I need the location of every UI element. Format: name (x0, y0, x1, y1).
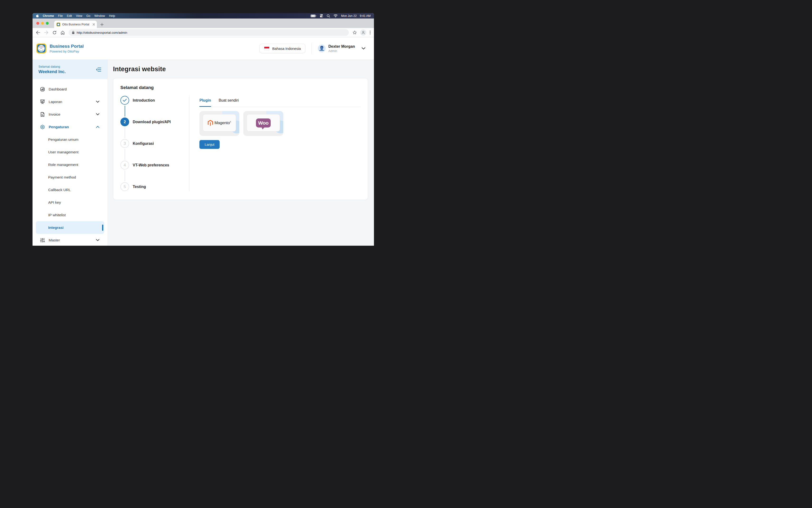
reload-button[interactable] (52, 31, 56, 35)
menubar-item-view[interactable]: View (76, 14, 82, 17)
tab-buat-sendiri[interactable]: Buat sendiri (219, 98, 239, 107)
step-number: 3 (120, 139, 129, 148)
woocommerce-logo: Woo (256, 119, 271, 127)
subitem-label: Role management (48, 163, 78, 167)
subitem-label: User management (48, 150, 79, 154)
sidebar-collapse-icon[interactable] (96, 68, 101, 72)
brand-subtitle: Powered by OttoPay (50, 50, 84, 53)
step-label: Download plugin/API (133, 120, 171, 124)
menubar-item-file[interactable]: File (58, 14, 63, 17)
apple-menu-icon[interactable] (36, 14, 39, 17)
minimize-window-button[interactable] (41, 22, 44, 25)
company-name: Weekend Inc. (38, 69, 66, 74)
woo-logo-tail (261, 127, 265, 129)
step-introduction[interactable]: Introduction (120, 96, 189, 105)
user-name: Dexter Morgan (328, 44, 355, 49)
step-testing[interactable]: 5 Testing (120, 182, 189, 191)
url-text: http://ottobusinessportal.com/admin (77, 31, 127, 34)
magento-logo-icon (208, 120, 213, 126)
forward-button[interactable] (44, 31, 48, 34)
close-window-button[interactable] (36, 22, 39, 25)
report-icon (40, 99, 45, 104)
sidebar-subitem-api-key[interactable]: API key (33, 196, 108, 209)
subitem-label: Callback URL (48, 188, 71, 192)
spotlight-search-icon[interactable] (327, 14, 330, 17)
menubar-item-window[interactable]: Window (94, 14, 105, 17)
card-title: Selamat datang (120, 85, 361, 90)
menubar-item-help[interactable]: Help (109, 14, 115, 17)
active-indicator-bar (102, 224, 103, 231)
plugin-pane: Plugin Buat sendiri Magento® (189, 96, 361, 193)
tab-plugin[interactable]: Plugin (200, 98, 211, 107)
sidebar-item-dashboard[interactable]: Dashboard (33, 83, 108, 95)
indonesia-flag-icon (264, 46, 269, 50)
step-download-plugin[interactable]: 2 Download plugin/API (120, 118, 189, 126)
sidebar-subitem-integrasi[interactable]: Integrasi (36, 221, 104, 234)
sidebar-subitem-ip-whitelist[interactable]: IP whitelist (33, 209, 108, 221)
step-connector (125, 127, 125, 138)
subitem-label: Integrasi (48, 225, 63, 230)
sidebar-subitem-callback-url[interactable]: Callback URL (33, 183, 108, 196)
wizard-stepper: Introduction 2 Download plugin/API 3 Kon… (120, 96, 189, 193)
subitem-label: IP whitelist (48, 213, 66, 217)
sidebar-item-laporan[interactable]: Laporan (33, 95, 108, 108)
chevron-down-icon (96, 101, 99, 103)
page-title: Integrasi website (113, 66, 368, 73)
step-number: 5 (120, 182, 129, 191)
brand-title: Business Portal (50, 44, 84, 49)
sidebar-item-master[interactable]: Master (33, 234, 108, 246)
menubar-time: 9:41 AM (360, 14, 371, 17)
plugin-card-magento[interactable]: Magento® (200, 111, 239, 136)
sidebar-subitem-user-management[interactable]: User management (33, 146, 108, 158)
step-konfigurasi[interactable]: 3 Konfigurasi (120, 139, 189, 148)
subitem-label: Pengaturan umum (48, 137, 79, 142)
sidebar-menu: Dashboard Laporan Invoice (33, 79, 108, 246)
sidebar-item-pengaturan[interactable]: Pengaturan (33, 121, 108, 133)
tab-favicon (56, 23, 60, 26)
menubar-date: Mon Jun 22 (341, 14, 357, 17)
chevron-up-icon (96, 126, 99, 128)
step-number: 4 (120, 161, 129, 169)
sidebar-subitem-pengaturan-umum[interactable]: Pengaturan umum (33, 133, 108, 146)
step-number: 2 (120, 118, 129, 126)
settings-icon (40, 124, 45, 130)
window-controls (36, 22, 49, 25)
subitem-label: API key (48, 200, 61, 205)
step-check-icon (120, 96, 129, 105)
back-button[interactable] (36, 31, 40, 34)
tab-title: Otto Business Portal (62, 23, 91, 26)
menubar-item-edit[interactable]: Edit (67, 14, 72, 17)
address-bar[interactable]: http://ottobusinessportal.com/admin (69, 29, 349, 36)
step-vtweb-preferences[interactable]: 4 VT-Web preferences (120, 161, 189, 169)
browser-tab[interactable]: Otto Business Portal (54, 20, 97, 28)
sidebar-subitem-payment-method[interactable]: Payment method (33, 171, 108, 183)
control-center-icon[interactable] (320, 14, 323, 17)
bookmark-star-icon[interactable] (352, 30, 357, 35)
invoice-icon (40, 112, 45, 117)
sidebar-subitem-role-management[interactable]: Role management (33, 158, 108, 171)
integration-card: Selamat datang Introduction 2 (113, 78, 368, 200)
browser-profile-icon[interactable] (360, 30, 366, 36)
browser-tabstrip: Otto Business Portal (33, 18, 374, 28)
brand: OTTO PAY Business Portal Powered by Otto… (36, 43, 84, 53)
user-profile-menu[interactable]: Dexter Morgan Admin (318, 44, 366, 52)
continue-button[interactable]: Lanjut (200, 140, 220, 149)
tab-close-icon[interactable] (93, 23, 95, 26)
browser-toolbar: http://ottobusinessportal.com/admin (33, 28, 374, 37)
browser-menu-icon[interactable] (370, 31, 371, 34)
step-label: Konfigurasi (133, 141, 154, 146)
menubar-item-go[interactable]: Go (86, 14, 90, 17)
macos-menubar: Chrome File Edit View Go Window Help Mon… (33, 13, 374, 18)
plugin-card-woocommerce[interactable]: Woo (243, 111, 283, 136)
home-button[interactable] (60, 31, 65, 35)
wifi-icon[interactable] (334, 14, 338, 17)
step-label: Testing (133, 185, 146, 189)
logo-otto-text: OTTO (39, 46, 44, 48)
new-tab-button[interactable] (100, 23, 104, 26)
language-selector-button[interactable]: Bahasa Indonesia (259, 44, 305, 53)
sidebar-item-invoice[interactable]: Invoice (33, 108, 108, 121)
screen: Chrome File Edit View Go Window Help Mon… (33, 13, 374, 246)
menubar-item-chrome[interactable]: Chrome (43, 14, 54, 17)
zoom-window-button[interactable] (46, 22, 49, 25)
lock-icon[interactable] (72, 31, 75, 34)
